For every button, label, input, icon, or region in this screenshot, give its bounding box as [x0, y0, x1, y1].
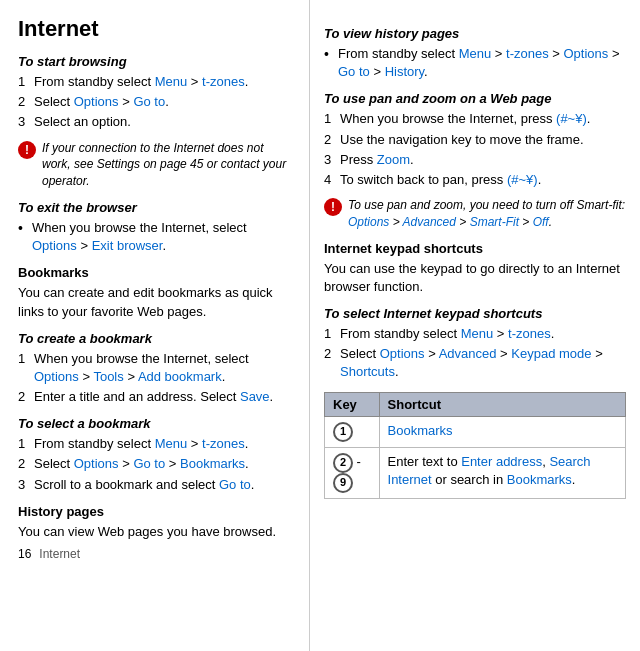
step-text: When you browse the Internet, press (#~¥…: [340, 110, 590, 128]
table-row: 1 Bookmarks: [325, 416, 626, 447]
section-keypad-shortcuts-heading: Internet keypad shortcuts: [324, 241, 626, 256]
step-text: Select Options > Advanced > Keypad mode …: [340, 345, 626, 381]
step-text: Scroll to a bookmark and select Go to.: [34, 476, 254, 494]
section-history-heading: History pages: [18, 504, 295, 519]
page-title: Internet: [18, 16, 295, 42]
pan-zoom-steps: 1 When you browse the Internet, press (#…: [324, 110, 626, 189]
link-tzones: t-zones: [508, 326, 551, 341]
footer-page-number: 16: [18, 547, 31, 561]
step-text: When you browse the Internet, select Opt…: [34, 350, 295, 386]
bullet-text: When you browse the Internet, select Opt…: [32, 219, 295, 255]
key-hash: (#~¥): [556, 111, 587, 126]
step-text: Press Zoom.: [340, 151, 414, 169]
list-item: 2 Use the navigation key to move the fra…: [324, 131, 626, 149]
table-cell-shortcut: Enter text to Enter address, Search Inte…: [379, 447, 625, 498]
link-keypad-mode: Keypad mode: [511, 346, 591, 361]
bookmarks-body: You can create and edit bookmarks as qui…: [18, 284, 295, 320]
link-tools: Tools: [93, 369, 123, 384]
step-number: 1: [18, 350, 34, 368]
link-bookmarks2: Bookmarks: [507, 472, 572, 487]
page-container: Internet To start browsing 1 From standb…: [0, 0, 640, 651]
link-menu: Menu: [461, 326, 494, 341]
table-cell-shortcut: Bookmarks: [379, 416, 625, 447]
step-number: 2: [18, 388, 34, 406]
step-number: 4: [324, 171, 340, 189]
link-tzones: t-zones: [202, 436, 245, 451]
step-number: 1: [324, 325, 340, 343]
link-advanced: Advanced: [439, 346, 497, 361]
link-options: Options: [563, 46, 608, 61]
footer-section-label: Internet: [39, 547, 80, 561]
step-text: To switch back to pan, press (#~¥).: [340, 171, 541, 189]
step-number: 1: [18, 73, 34, 91]
note-icon-2: !: [324, 198, 342, 216]
table-cell-key: 1: [325, 416, 380, 447]
list-item: 2 Enter a title and an address. Select S…: [18, 388, 295, 406]
table-header-row: Key Shortcut: [325, 392, 626, 416]
link-save: Save: [240, 389, 270, 404]
link-exit-browser: Exit browser: [92, 238, 163, 253]
link-goto: Go to: [219, 477, 251, 492]
link-goto: Go to: [133, 456, 165, 471]
link-zoom: Zoom: [377, 152, 410, 167]
step-number: 3: [18, 113, 34, 131]
list-item: 3 Scroll to a bookmark and select Go to.: [18, 476, 295, 494]
step-text: Use the navigation key to move the frame…: [340, 131, 584, 149]
key-circle-2: 2: [333, 453, 353, 473]
list-item: 3 Press Zoom.: [324, 151, 626, 169]
list-item: 2 Select Options > Advanced > Keypad mod…: [324, 345, 626, 381]
view-history-bullets: • From standby select Menu > t-zones > O…: [324, 45, 626, 81]
step-number: 2: [18, 93, 34, 111]
note-box-2: ! To use pan and zoom, you need to turn …: [324, 197, 626, 231]
table-col-shortcut-header: Shortcut: [379, 392, 625, 416]
shortcuts-table: Key Shortcut 1 Bookmarks 2 - 9: [324, 392, 626, 499]
step-number: 2: [324, 131, 340, 149]
section-create-bookmark-heading: To create a bookmark: [18, 331, 295, 346]
list-item: • From standby select Menu > t-zones > O…: [324, 45, 626, 81]
section-select-bookmark-heading: To select a bookmark: [18, 416, 295, 431]
list-item: 4 To switch back to pan, press (#~¥).: [324, 171, 626, 189]
section-select-keypad-heading: To select Internet keypad shortcuts: [324, 306, 626, 321]
step-text: From standby select Menu > t-zones.: [34, 73, 248, 91]
bullet-symbol: •: [18, 219, 32, 239]
link-tzones: t-zones: [202, 74, 245, 89]
link-enter-address: Enter address: [461, 454, 542, 469]
list-item: • When you browse the Internet, select O…: [18, 219, 295, 255]
step-number: 2: [324, 345, 340, 363]
start-browsing-steps: 1 From standby select Menu > t-zones. 2 …: [18, 73, 295, 132]
step-text: Enter a title and an address. Select Sav…: [34, 388, 273, 406]
list-item: 1 From standby select Menu > t-zones.: [18, 73, 295, 91]
section-view-history-heading: To view history pages: [324, 26, 626, 41]
link-options: Options: [380, 346, 425, 361]
list-item: 1 From standby select Menu > t-zones.: [324, 325, 626, 343]
key-hash2: (#~¥): [507, 172, 538, 187]
list-item: 2 Select Options > Go to.: [18, 93, 295, 111]
step-text: Select Options > Go to.: [34, 93, 169, 111]
step-text: From standby select Menu > t-zones.: [340, 325, 554, 343]
list-item: 2 Select Options > Go to > Bookmarks.: [18, 455, 295, 473]
exit-browser-bullets: • When you browse the Internet, select O…: [18, 219, 295, 255]
create-bookmark-steps: 1 When you browse the Internet, select O…: [18, 350, 295, 407]
list-item: 3 Select an option.: [18, 113, 295, 131]
footer: 16 Internet: [18, 547, 295, 561]
shortcut-bookmarks: Bookmarks: [388, 423, 453, 438]
section-to-start-browsing-heading: To start browsing: [18, 54, 295, 69]
link-add-bookmark: Add bookmark: [138, 369, 222, 384]
section-bookmarks-heading: Bookmarks: [18, 265, 295, 280]
link-options: Options: [32, 238, 77, 253]
right-column: To view history pages • From standby sel…: [310, 0, 640, 651]
bullet-text: From standby select Menu > t-zones > Opt…: [338, 45, 626, 81]
note-text-2: To use pan and zoom, you need to turn of…: [348, 197, 626, 231]
link-tzones: t-zones: [506, 46, 549, 61]
link-menu: Menu: [155, 74, 188, 89]
step-number: 2: [18, 455, 34, 473]
link-history: History: [385, 64, 424, 79]
left-column: Internet To start browsing 1 From standb…: [0, 0, 310, 651]
select-bookmark-steps: 1 From standby select Menu > t-zones. 2 …: [18, 435, 295, 494]
step-text: From standby select Menu > t-zones.: [34, 435, 248, 453]
link-options: Options: [74, 94, 119, 109]
link-menu: Menu: [459, 46, 492, 61]
link-bookmarks: Bookmarks: [180, 456, 245, 471]
keypad-shortcuts-body: You can use the keypad to go directly to…: [324, 260, 626, 296]
list-item: 1 From standby select Menu > t-zones.: [18, 435, 295, 453]
